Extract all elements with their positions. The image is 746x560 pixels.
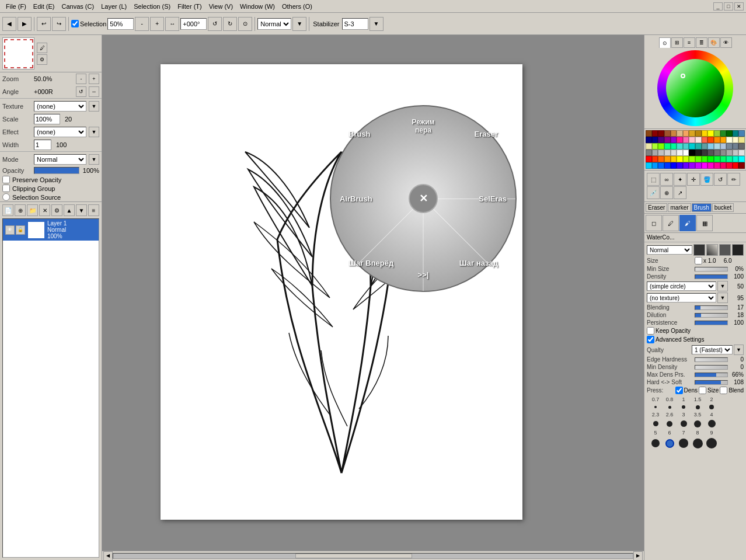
palette-cell[interactable]	[726, 130, 733, 137]
palette-cell[interactable]	[689, 137, 695, 143]
mode-select[interactable]: Normal	[257, 18, 291, 30]
palette-cell[interactable]	[695, 162, 702, 169]
hard-soft-slider[interactable]	[695, 380, 728, 385]
preset-dot[interactable]	[649, 439, 662, 447]
palette-cell[interactable]	[726, 162, 733, 169]
layer-mode-select[interactable]: Normal	[34, 154, 86, 165]
palette-cell[interactable]	[720, 143, 727, 149]
palette-cell[interactable]	[738, 156, 745, 162]
tool-extra2[interactable]: ↗	[674, 186, 686, 199]
scroll-right-btn[interactable]: ▶	[633, 551, 643, 561]
preset-dot[interactable]	[663, 421, 676, 427]
keep-opacity-checkbox[interactable]	[647, 327, 654, 335]
brush-shape-3[interactable]	[719, 244, 731, 256]
palette-cell[interactable]	[707, 137, 714, 143]
layer-settings[interactable]: ⚙	[51, 204, 62, 216]
tool-eyedropper[interactable]: 💉	[647, 186, 660, 199]
menu-others[interactable]: Others (O)	[278, 2, 316, 11]
preset-dot[interactable]	[691, 420, 704, 427]
layer-up[interactable]: ▲	[64, 204, 75, 216]
palette-cell[interactable]	[683, 130, 689, 137]
palette-cell[interactable]	[726, 143, 733, 149]
radial-шаг-вперёд[interactable]: Шаг Вперёд	[348, 259, 393, 267]
palette-cell[interactable]	[707, 162, 714, 169]
layer-item[interactable]: 👁 🔓 Layer 1 Normal 100%	[3, 219, 99, 241]
radial-brush[interactable]: Brush	[348, 130, 371, 138]
palette-cell[interactable]	[733, 137, 739, 143]
brush-tab[interactable]: Brush	[692, 203, 712, 212]
angle-reset[interactable]: ⊙	[238, 17, 252, 31]
palette-cell[interactable]	[733, 143, 739, 149]
palette-cell[interactable]	[664, 162, 671, 169]
texture-expand[interactable]: ▼	[89, 101, 99, 112]
palette-cell[interactable]	[658, 149, 664, 156]
brush-normal-select[interactable]: Normal	[647, 245, 692, 255]
eraser-tab[interactable]: Eraser	[646, 203, 667, 212]
tool-move[interactable]: ✛	[687, 173, 700, 186]
zoom-inc[interactable]: +	[89, 74, 99, 84]
scale-input[interactable]	[34, 114, 60, 124]
palette-cell[interactable]	[738, 137, 745, 143]
palette-cell[interactable]	[677, 162, 683, 169]
texture-select-r[interactable]: (no texture)	[647, 293, 716, 302]
cw-tab-circle[interactable]: ⊙	[659, 37, 671, 48]
zoom-input[interactable]	[107, 18, 134, 30]
preserve-opacity-checkbox[interactable]	[2, 176, 10, 183]
angle-ccw[interactable]: ↺	[208, 17, 222, 31]
selection-source-radio[interactable]	[2, 193, 10, 201]
menu-layer[interactable]: Layer (L)	[97, 2, 130, 11]
palette-cell[interactable]	[652, 137, 658, 143]
palette-cell[interactable]	[677, 130, 683, 137]
dens-checkbox[interactable]	[675, 387, 683, 394]
palette-cell[interactable]	[695, 137, 702, 143]
preset-dot[interactable]	[663, 406, 676, 409]
preset-dot-circle[interactable]	[653, 421, 658, 426]
palette-cell[interactable]	[646, 137, 652, 143]
palette-cell[interactable]	[707, 143, 714, 149]
palette-cell[interactable]	[689, 149, 695, 156]
tool-extra1[interactable]: ⊕	[660, 186, 673, 199]
preset-dot-circle[interactable]	[668, 406, 671, 409]
angle-reset-btn[interactable]: ↺	[76, 86, 86, 97]
tool-magic[interactable]: ✦	[674, 173, 686, 186]
circle-select[interactable]: (simple circle)	[647, 281, 716, 291]
palette-cell[interactable]	[677, 156, 683, 162]
close-button[interactable]: ✕	[734, 2, 744, 11]
palette-cell[interactable]	[702, 130, 708, 137]
palette-cell[interactable]	[677, 137, 683, 143]
tool-pen[interactable]: ✏	[727, 173, 740, 186]
palette-cell[interactable]	[702, 162, 708, 169]
cw-tab-list1[interactable]: ≡	[684, 37, 695, 48]
preset-dot-circle[interactable]	[708, 420, 716, 427]
brush-shape-1[interactable]	[693, 244, 705, 256]
palette-cell[interactable]	[646, 149, 652, 156]
layer-new[interactable]: 📄	[2, 204, 13, 216]
bucket-tab[interactable]: bucket	[712, 203, 734, 212]
palette-cell[interactable]	[714, 143, 720, 149]
palette-cell[interactable]	[646, 156, 652, 162]
flip-h[interactable]: ↔	[165, 17, 179, 31]
stabilizer-input[interactable]	[342, 18, 368, 30]
palette-cell[interactable]	[664, 156, 671, 162]
quality-select[interactable]: 1 (Fastest)	[692, 345, 733, 354]
layer-lock[interactable]: 🔓	[16, 225, 25, 235]
palette-cell[interactable]	[733, 130, 739, 137]
palette-cell[interactable]	[671, 143, 677, 149]
palette-cell[interactable]	[664, 143, 671, 149]
cw-tab-palette[interactable]: 🎨	[708, 37, 720, 48]
preset-dot-circle[interactable]	[693, 439, 703, 448]
eraser-icon[interactable]: ◻	[646, 215, 662, 231]
palette-cell[interactable]	[677, 149, 683, 156]
angle-input[interactable]	[180, 18, 207, 30]
preset-dot[interactable]	[649, 421, 662, 426]
palette-cell[interactable]	[683, 156, 689, 162]
brush-shape-4[interactable]	[732, 244, 744, 256]
effect-expand[interactable]: ▼	[89, 127, 99, 137]
tool-prev-btn[interactable]: 🖊	[37, 43, 47, 53]
persistence-slider[interactable]	[695, 321, 728, 325]
preset-dot[interactable]	[677, 420, 690, 427]
effect-select[interactable]: (none)	[34, 127, 86, 137]
palette-cell[interactable]	[658, 130, 664, 137]
palette-cell[interactable]	[714, 130, 720, 137]
palette-cell[interactable]	[714, 137, 720, 143]
